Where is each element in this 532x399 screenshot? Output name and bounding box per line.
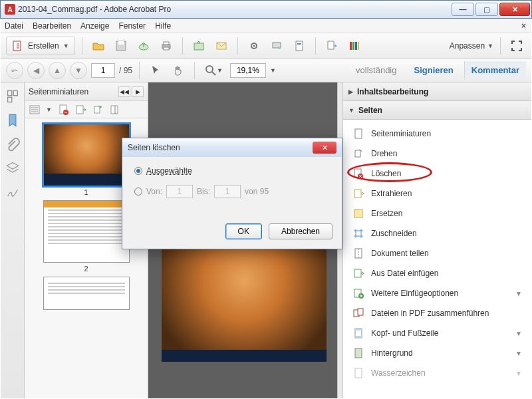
- tool-drehen[interactable]: Drehen: [343, 144, 531, 164]
- cancel-button[interactable]: Abbrechen: [269, 223, 332, 239]
- svg-rect-6: [164, 47, 169, 50]
- customize-button[interactable]: Anpassen ▼: [450, 41, 493, 51]
- thumbnail-page-2[interactable]: 2: [43, 200, 130, 273]
- chevron-down-icon: ▼: [515, 350, 522, 357]
- rail-layers-icon[interactable]: [5, 161, 20, 176]
- radio-selected-row[interactable]: Ausgewählte: [134, 166, 330, 176]
- tool-hintergrund[interactable]: Hintergrund▼: [343, 343, 531, 363]
- dialog-close-button[interactable]: ✕: [313, 142, 336, 154]
- crop-icon: [352, 227, 364, 239]
- tool-loeschen[interactable]: Löschen: [343, 164, 531, 184]
- radio-range-row[interactable]: Von: Bis: von 95: [134, 185, 330, 198]
- header-footer-icon: [352, 327, 364, 339]
- svg-rect-31: [355, 150, 360, 157]
- page-number-input[interactable]: [91, 63, 115, 78]
- dialog-title: Seiten löschen: [128, 143, 180, 152]
- thumbnail-page-3[interactable]: [43, 277, 130, 310]
- svg-rect-30: [355, 129, 362, 138]
- menu-window[interactable]: Fenster: [118, 21, 146, 31]
- link-kommentar[interactable]: Kommentar: [464, 61, 526, 79]
- page-up-button[interactable]: ▲: [49, 62, 66, 79]
- rail-bookmark-icon[interactable]: [5, 113, 20, 128]
- section-content-editing[interactable]: ▶Inhaltsbearbeitung: [343, 82, 531, 101]
- scan-button[interactable]: [267, 37, 286, 55]
- rail-signatures-icon[interactable]: [5, 185, 20, 200]
- tool-wasserzeichen[interactable]: Wasserzeichen▼: [343, 363, 531, 383]
- page-down-button[interactable]: ▼: [70, 62, 87, 79]
- tool-dokument-teilen[interactable]: Dokument teilen: [343, 243, 531, 263]
- thumb-replace-icon[interactable]: [109, 104, 121, 116]
- save-icon: [115, 40, 127, 52]
- thumbnail-page-1[interactable]: 1: [43, 124, 130, 196]
- combine-files-icon: [352, 307, 364, 319]
- thumb-collapse-right-icon[interactable]: ▶: [132, 86, 144, 97]
- select-tool[interactable]: [146, 61, 165, 80]
- thumbnails-title: Seitenminiaturen: [29, 87, 88, 96]
- thumb-extract-icon[interactable]: [74, 104, 86, 116]
- hand-tool[interactable]: [169, 61, 188, 80]
- svg-rect-17: [352, 42, 354, 50]
- chevron-down-icon[interactable]: ▼: [270, 67, 276, 74]
- menu-help[interactable]: Hilfe: [155, 21, 171, 31]
- svg-rect-35: [354, 209, 362, 217]
- section-pages[interactable]: ▼Seiten: [343, 101, 531, 120]
- gear-icon: [248, 40, 260, 52]
- ok-button[interactable]: OK: [225, 223, 262, 239]
- tool-dateien-zusammenfuehren[interactable]: Dateien in PDF zusammenführen: [343, 303, 531, 323]
- tool-zuschneiden[interactable]: Zuschneiden: [343, 223, 531, 243]
- document-close-icon[interactable]: ×: [521, 21, 526, 31]
- page-prev-button[interactable]: ◀: [27, 62, 45, 79]
- svg-rect-43: [355, 329, 362, 331]
- tool-aus-datei-einfuegen[interactable]: Aus Datei einfügen: [343, 263, 531, 283]
- link-signieren[interactable]: Signieren: [408, 61, 460, 79]
- print-button[interactable]: [157, 37, 176, 55]
- share-button[interactable]: [190, 37, 208, 55]
- thumb-menu-icon[interactable]: [29, 104, 41, 116]
- thumb-delete-icon[interactable]: [57, 104, 69, 116]
- link-vollstaendig[interactable]: vollständig: [349, 61, 403, 79]
- svg-rect-2: [118, 41, 124, 45]
- zoom-input[interactable]: [230, 63, 266, 78]
- tool-ersetzen[interactable]: Ersetzen: [343, 203, 531, 223]
- thumb-collapse-left-icon[interactable]: ◀◀: [118, 86, 130, 97]
- menu-file[interactable]: Datei: [5, 21, 23, 31]
- thumbnails-tools: ▼: [25, 101, 148, 118]
- menubar: Datei Bearbeiten Anzeige Fenster Hilfe ×: [1, 19, 531, 33]
- radio-selected[interactable]: [134, 167, 142, 175]
- cursor-icon: [150, 65, 162, 76]
- settings-button[interactable]: [245, 37, 263, 55]
- open-button[interactable]: [89, 37, 108, 55]
- color-button[interactable]: [345, 37, 364, 55]
- tool-kopf-fusszeile[interactable]: Kopf- und Fußzeile▼: [343, 323, 531, 343]
- menu-edit[interactable]: Bearbeiten: [33, 21, 71, 31]
- window-close-button[interactable]: [499, 3, 530, 16]
- radio-range[interactable]: [134, 188, 142, 196]
- tool-weitere-einfuegeoptionen[interactable]: Weitere Einfügeoptionen▼: [343, 283, 531, 303]
- svg-rect-16: [350, 42, 352, 50]
- tool-extrahieren[interactable]: Extrahieren: [343, 184, 531, 203]
- chevron-down-icon[interactable]: ▼: [46, 106, 52, 113]
- tool-seitenminiaturen[interactable]: Seitenminiaturen: [343, 124, 531, 144]
- export-icon: [326, 40, 338, 52]
- save-button[interactable]: [112, 37, 130, 55]
- thumb-rotate-icon[interactable]: [92, 104, 104, 116]
- form-button[interactable]: [290, 37, 309, 55]
- cloud-button[interactable]: [134, 37, 153, 55]
- svg-point-10: [253, 45, 255, 47]
- svg-rect-15: [328, 41, 334, 49]
- menu-view[interactable]: Anzeige: [80, 21, 109, 31]
- fullscreen-button[interactable]: [507, 37, 526, 55]
- rail-thumbnails-icon[interactable]: [5, 89, 20, 104]
- zoom-tool[interactable]: ▼: [201, 61, 226, 80]
- rail-attachment-icon[interactable]: [5, 137, 20, 152]
- maximize-button[interactable]: [475, 3, 498, 16]
- email-button[interactable]: [212, 37, 231, 55]
- page-first-button[interactable]: ⤺: [6, 62, 23, 79]
- create-button[interactable]: Erstellen ▼: [6, 37, 75, 55]
- svg-rect-22: [13, 90, 17, 95]
- dialog-titlebar[interactable]: Seiten löschen ✕: [122, 138, 342, 157]
- export-button[interactable]: [323, 37, 341, 55]
- svg-rect-23: [7, 97, 11, 102]
- minimize-button[interactable]: [452, 3, 474, 16]
- customize-label: Anpassen: [450, 41, 485, 51]
